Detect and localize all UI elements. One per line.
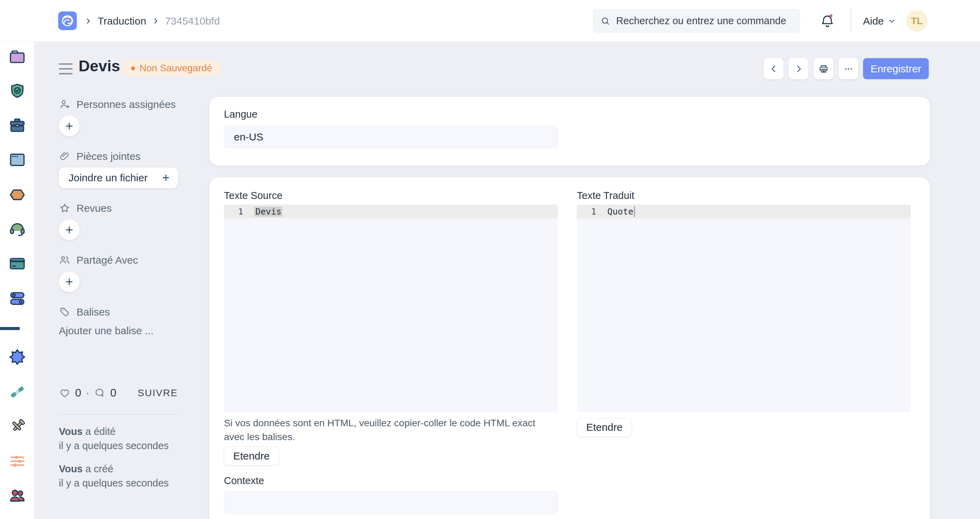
sidebar-item-briefcase[interactable] bbox=[8, 116, 27, 135]
breadcrumb-item-record-id[interactable]: 7345410bfd bbox=[165, 15, 220, 27]
line-number: 1 bbox=[224, 207, 243, 217]
sidebar-item-toggles[interactable] bbox=[8, 289, 27, 308]
expand-source-button[interactable]: Etendre bbox=[224, 447, 279, 465]
avatar-initials: TL bbox=[911, 16, 923, 27]
sliders-icon bbox=[8, 452, 27, 471]
sidebar-item-integrations[interactable] bbox=[8, 383, 27, 401]
shield-check-icon bbox=[8, 82, 27, 101]
sidebar-item-tools[interactable] bbox=[8, 417, 27, 436]
panel-divider bbox=[59, 414, 178, 415]
comments-count: 0 bbox=[110, 387, 116, 399]
attachments-label: Pièces jointes bbox=[76, 151, 140, 162]
expand-translated-button[interactable]: Etendre bbox=[577, 418, 632, 437]
users-outline-icon bbox=[59, 254, 71, 266]
activity-action: a édité bbox=[86, 426, 116, 437]
menu-button[interactable] bbox=[59, 63, 73, 75]
source-code-text: Devis bbox=[255, 207, 282, 217]
avatar[interactable]: TL bbox=[906, 10, 928, 32]
help-menu[interactable]: Aide bbox=[863, 0, 896, 42]
previous-record-button[interactable] bbox=[764, 58, 783, 79]
add-tag-input[interactable]: Ajouter une balise ... bbox=[59, 325, 154, 337]
activity-action: a créé bbox=[86, 463, 113, 474]
sidebar-item-hexagon[interactable] bbox=[8, 185, 27, 204]
translation-card: Texte Source Texte Traduit 1 Devis 1 Quo… bbox=[209, 177, 930, 519]
shared-with-label: Partagé Avec bbox=[76, 254, 138, 266]
chevron-left-icon bbox=[769, 64, 778, 73]
sidebar-item-card[interactable] bbox=[8, 254, 27, 273]
social-bar: 0 · 0 SUIVRE bbox=[59, 387, 178, 399]
folder-icon bbox=[8, 48, 27, 66]
add-assignee-button[interactable]: + bbox=[59, 116, 80, 136]
topbar-divider bbox=[851, 10, 851, 32]
add-share-button[interactable]: + bbox=[59, 271, 80, 292]
toggles-icon bbox=[8, 289, 27, 308]
hexagon-icon bbox=[8, 185, 27, 204]
source-text-label: Texte Source bbox=[224, 190, 282, 201]
translated-text-editor[interactable]: 1 Quote bbox=[577, 204, 911, 412]
topbar: Traduction 7345410bfd Aide TL bbox=[0, 0, 980, 42]
browser-window-icon bbox=[8, 151, 27, 169]
help-label: Aide bbox=[863, 15, 884, 27]
translated-text-label: Texte Traduit bbox=[577, 190, 634, 201]
person-add-icon bbox=[59, 99, 71, 110]
follow-button[interactable]: SUIVRE bbox=[138, 387, 178, 399]
tag-icon bbox=[59, 306, 71, 318]
headset-icon bbox=[8, 220, 27, 239]
sidebar-item-folder[interactable] bbox=[8, 48, 27, 66]
context-label: Contexte bbox=[224, 475, 264, 487]
paperclip-icon bbox=[59, 151, 71, 162]
count-separator: · bbox=[86, 387, 90, 399]
assignees-label: Personnes assignées bbox=[76, 99, 176, 110]
sidebar-item-settings[interactable] bbox=[8, 348, 27, 366]
page-title: Devis bbox=[78, 57, 120, 75]
sidebar-item-headset[interactable] bbox=[8, 220, 27, 239]
bell-icon bbox=[819, 13, 836, 30]
comment-icon[interactable] bbox=[94, 387, 105, 399]
breadcrumb: Traduction 7345410bfd bbox=[84, 0, 220, 42]
activity-time: il y a quelques secondes bbox=[59, 476, 169, 490]
main-content: Devis Non Sauvegardé Enregistrer bbox=[35, 42, 980, 519]
users-icon bbox=[8, 486, 27, 505]
printer-icon bbox=[818, 63, 829, 75]
heart-icon[interactable] bbox=[59, 387, 71, 399]
nav-rail bbox=[0, 42, 35, 519]
translated-code-text: Quote bbox=[607, 207, 633, 217]
reviews-label: Revues bbox=[76, 202, 112, 214]
chevron-right-icon bbox=[84, 17, 92, 25]
add-review-button[interactable]: + bbox=[59, 220, 80, 240]
status-dot-icon bbox=[131, 67, 135, 70]
sidebar-item-preferences[interactable] bbox=[8, 452, 27, 471]
activity-time: il y a quelques secondes bbox=[59, 439, 169, 453]
activity-actor: Vous bbox=[59, 463, 83, 474]
print-button[interactable] bbox=[813, 58, 833, 79]
source-text-editor[interactable]: 1 Devis bbox=[224, 204, 558, 412]
language-field[interactable]: en-US bbox=[224, 126, 558, 148]
logo-swirl-icon bbox=[60, 13, 75, 28]
text-cursor bbox=[634, 206, 635, 217]
sidebar-item-shield[interactable] bbox=[8, 82, 27, 101]
next-record-button[interactable] bbox=[789, 58, 808, 79]
save-button[interactable]: Enregistrer bbox=[863, 58, 929, 79]
chevron-right-icon bbox=[152, 17, 159, 25]
editor-line: 1 Devis bbox=[224, 204, 558, 218]
line-number: 1 bbox=[577, 207, 596, 217]
language-label: Langue bbox=[224, 109, 258, 120]
attach-file-label: Joindre un fichier bbox=[68, 172, 147, 184]
html-help-text: Si vos données sont en HTML, veuillez co… bbox=[224, 416, 547, 444]
notifications-button[interactable] bbox=[819, 13, 836, 30]
tags-label: Balises bbox=[76, 306, 110, 318]
attach-file-button[interactable]: Joindre un fichier + bbox=[59, 167, 178, 188]
app-logo[interactable] bbox=[58, 11, 77, 30]
sidebar-item-teams[interactable] bbox=[8, 486, 27, 505]
context-field[interactable] bbox=[224, 491, 558, 514]
command-search[interactable] bbox=[593, 10, 800, 32]
tags-section-header: Balises bbox=[59, 306, 110, 318]
editor-line: 1 Quote bbox=[577, 204, 911, 218]
activity-actor: Vous bbox=[59, 426, 83, 437]
sidebar-item-browser[interactable] bbox=[8, 151, 27, 169]
shared-with-section-header: Partagé Avec bbox=[59, 254, 138, 266]
breadcrumb-item-module[interactable]: Traduction bbox=[98, 15, 146, 27]
more-actions-button[interactable] bbox=[838, 58, 858, 79]
attachments-section-header: Pièces jointes bbox=[59, 151, 140, 162]
search-input[interactable] bbox=[616, 15, 793, 27]
